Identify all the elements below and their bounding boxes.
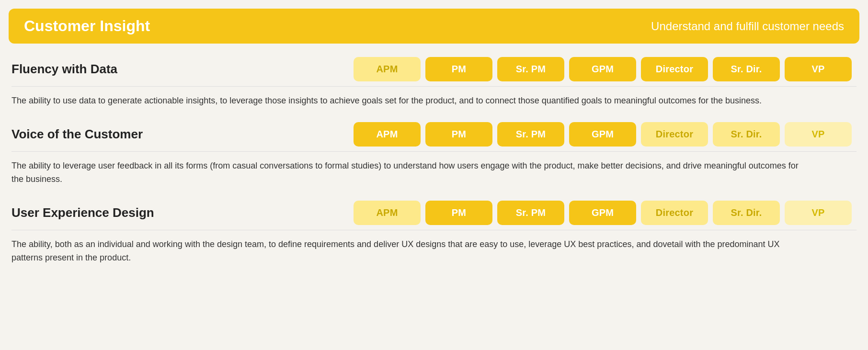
level-btn-user-experience-design-gpm[interactable]: GPM bbox=[569, 201, 636, 225]
level-btn-fluency-with-data-director[interactable]: Director bbox=[641, 57, 708, 81]
level-btn-voice-of-customer-gpm[interactable]: GPM bbox=[569, 122, 636, 147]
skill-title-voice-of-customer: Voice of the Customer bbox=[11, 127, 213, 142]
skill-header-user-experience-design: User Experience DesignAPMPMSr. PMGPMDire… bbox=[11, 196, 857, 230]
level-btn-user-experience-design-pm[interactable]: PM bbox=[425, 201, 492, 225]
level-btn-voice-of-customer-apm[interactable]: APM bbox=[354, 122, 421, 147]
skill-description-voice-of-customer: The ability to leverage user feedback in… bbox=[11, 152, 802, 191]
skill-title-user-experience-design: User Experience Design bbox=[11, 205, 213, 220]
skill-description-user-experience-design: The ability, both as an individual and w… bbox=[11, 230, 802, 270]
level-btn-user-experience-design-sr--pm[interactable]: Sr. PM bbox=[497, 201, 564, 225]
header-subtitle: Understand and fulfill customer needs bbox=[651, 20, 844, 33]
header-bar: Customer Insight Understand and fulfill … bbox=[9, 9, 859, 44]
level-btn-fluency-with-data-gpm[interactable]: GPM bbox=[569, 57, 636, 81]
skill-section-fluency-with-data: Fluency with DataAPMPMSr. PMGPMDirectorS… bbox=[11, 52, 857, 113]
level-btn-fluency-with-data-sr--dir-[interactable]: Sr. Dir. bbox=[713, 57, 780, 81]
level-btn-voice-of-customer-vp[interactable]: VP bbox=[785, 122, 852, 147]
content-area: Fluency with DataAPMPMSr. PMGPMDirectorS… bbox=[0, 44, 868, 282]
skill-description-fluency-with-data: The ability to use data to generate acti… bbox=[11, 87, 802, 113]
level-buttons-voice-of-customer: APMPMSr. PMGPMDirectorSr. Dir.VP bbox=[213, 122, 857, 147]
level-buttons-fluency-with-data: APMPMSr. PMGPMDirectorSr. Dir.VP bbox=[213, 57, 857, 81]
level-btn-user-experience-design-apm[interactable]: APM bbox=[354, 201, 421, 225]
level-btn-fluency-with-data-apm[interactable]: APM bbox=[354, 57, 421, 81]
skill-header-fluency-with-data: Fluency with DataAPMPMSr. PMGPMDirectorS… bbox=[11, 52, 857, 87]
level-btn-fluency-with-data-sr--pm[interactable]: Sr. PM bbox=[497, 57, 564, 81]
level-btn-voice-of-customer-pm[interactable]: PM bbox=[425, 122, 492, 147]
level-btn-user-experience-design-director[interactable]: Director bbox=[641, 201, 708, 225]
skill-section-voice-of-customer: Voice of the CustomerAPMPMSr. PMGPMDirec… bbox=[11, 117, 857, 191]
header-title: Customer Insight bbox=[24, 17, 150, 35]
skill-section-user-experience-design: User Experience DesignAPMPMSr. PMGPMDire… bbox=[11, 196, 857, 270]
level-buttons-user-experience-design: APMPMSr. PMGPMDirectorSr. Dir.VP bbox=[213, 201, 857, 225]
skill-header-voice-of-customer: Voice of the CustomerAPMPMSr. PMGPMDirec… bbox=[11, 117, 857, 152]
level-btn-user-experience-design-vp[interactable]: VP bbox=[785, 201, 852, 225]
level-btn-voice-of-customer-sr--pm[interactable]: Sr. PM bbox=[497, 122, 564, 147]
level-btn-voice-of-customer-sr--dir-[interactable]: Sr. Dir. bbox=[713, 122, 780, 147]
level-btn-user-experience-design-sr--dir-[interactable]: Sr. Dir. bbox=[713, 201, 780, 225]
skill-title-fluency-with-data: Fluency with Data bbox=[11, 62, 213, 77]
page-container: Customer Insight Understand and fulfill … bbox=[0, 9, 868, 350]
level-btn-fluency-with-data-vp[interactable]: VP bbox=[785, 57, 852, 81]
level-btn-fluency-with-data-pm[interactable]: PM bbox=[425, 57, 492, 81]
level-btn-voice-of-customer-director[interactable]: Director bbox=[641, 122, 708, 147]
